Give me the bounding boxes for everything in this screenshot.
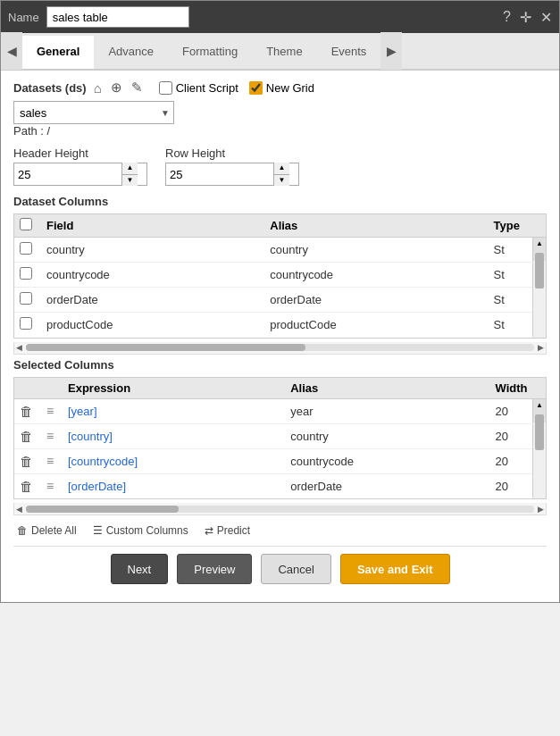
sel-row-alias-cell: countrycode — [285, 448, 489, 473]
sel-scroll-track-horiz — [26, 506, 534, 513]
delete-row-icon[interactable]: 🗑 — [20, 454, 33, 469]
delete-row-icon[interactable]: 🗑 — [20, 404, 33, 419]
title-icons: ? ✛ ✕ — [503, 9, 552, 26]
datasets-home-icon[interactable]: ⌂ — [92, 80, 104, 96]
save-exit-button[interactable]: Save and Exit — [340, 554, 450, 584]
row-height-spinner: ▲ ▼ — [165, 163, 299, 186]
move-icon[interactable]: ✛ — [520, 9, 531, 26]
tab-events[interactable]: Events — [317, 36, 381, 69]
tab-formatting[interactable]: Formatting — [168, 36, 252, 69]
sel-scroll-left-button[interactable]: ◀ — [16, 505, 22, 514]
row-checkbox-cell — [14, 238, 41, 263]
delete-all-button[interactable]: 🗑 Delete All — [13, 523, 80, 539]
header-height-input[interactable] — [14, 166, 121, 183]
sel-row-delete-cell: 🗑 — [14, 398, 41, 423]
header-height-field: Header Height ▲ ▼ — [13, 146, 147, 186]
delete-row-icon[interactable]: 🗑 — [20, 479, 33, 494]
next-button[interactable]: Next — [111, 554, 169, 584]
row-height-input[interactable] — [166, 166, 273, 183]
custom-columns-button[interactable]: ☰ Custom Columns — [89, 523, 192, 539]
sel-row-expr-cell: [country] — [63, 423, 285, 448]
sel-row-width-cell: 20 — [490, 473, 533, 498]
new-grid-checkbox-item: New Grid — [249, 81, 314, 95]
datasets-dropdown[interactable]: sales ▼ — [13, 101, 174, 124]
sel-row-move-cell: ≡ — [41, 473, 63, 498]
datasets-add-icon[interactable]: ⊕ — [109, 79, 124, 96]
scroll-right-button[interactable]: ▶ — [538, 343, 544, 352]
heights-row: Header Height ▲ ▼ Row Height ▲ ▼ — [13, 146, 547, 186]
col-type-header: Type — [489, 214, 533, 238]
scroll-up-button[interactable]: ▲ — [533, 238, 546, 249]
row-checkbox[interactable] — [20, 242, 32, 255]
row-alias-cell: country — [264, 238, 488, 263]
sel-row-delete-cell: 🗑 — [14, 473, 41, 498]
selected-columns-table-container: Expression Alias Width 🗑 ≡ [year] year 2… — [13, 377, 547, 500]
tab-next-button[interactable]: ▶ — [380, 32, 402, 70]
row-checkbox[interactable] — [20, 267, 32, 280]
col-checkbox-header — [14, 214, 41, 238]
list-item: 🗑 ≡ [country] country 20 — [14, 423, 546, 448]
move-row-icon[interactable]: ≡ — [46, 454, 54, 468]
dataset-columns-table: Field Alias Type country country St — [14, 214, 546, 338]
help-icon[interactable]: ? — [503, 9, 511, 26]
selected-horiz-scroll: ◀ ▶ — [13, 503, 547, 515]
sel-scroll-thumb-horiz — [26, 506, 179, 513]
row-checkbox-cell — [14, 288, 41, 313]
row-checkbox[interactable] — [20, 292, 32, 305]
footer-buttons: Next Preview Cancel Save and Exit — [13, 546, 547, 593]
tab-general[interactable]: General — [22, 36, 94, 69]
row-type-cell: St — [489, 313, 533, 338]
dataset-columns-header-row: Field Alias Type — [14, 214, 546, 238]
tab-prev-button[interactable]: ◀ — [1, 32, 22, 70]
sel-col-scroll-header — [533, 378, 547, 399]
tab-theme[interactable]: Theme — [252, 36, 316, 69]
row-field-cell: countrycode — [41, 263, 264, 288]
content-area: Datasets (ds) ⌂ ⊕ ✎ Client Script New Gr… — [1, 71, 559, 602]
custom-columns-label: Custom Columns — [106, 524, 188, 537]
row-height-down-button[interactable]: ▼ — [274, 175, 289, 187]
sel-row-delete-cell: 🗑 — [14, 448, 41, 473]
close-icon[interactable]: ✕ — [540, 9, 552, 26]
new-grid-label: New Grid — [266, 81, 314, 95]
sel-col-width-header: Width — [490, 378, 533, 399]
move-row-icon[interactable]: ≡ — [46, 479, 54, 493]
move-row-icon[interactable]: ≡ — [46, 404, 54, 418]
sel-col-del-header — [14, 378, 41, 399]
list-item: 🗑 ≡ [countrycode] countrycode 20 — [14, 448, 546, 473]
row-checkbox-cell — [14, 313, 41, 338]
title-input[interactable] — [46, 6, 189, 28]
header-height-spinner: ▲ ▼ — [13, 163, 147, 186]
vertical-scrollbar: ▲ ▼ — [533, 238, 546, 261]
sel-scroll-up-button[interactable]: ▲ — [533, 399, 546, 411]
new-grid-checkbox[interactable] — [249, 81, 263, 95]
sel-scroll-right-button[interactable]: ▶ — [538, 505, 544, 514]
delete-all-icon: 🗑 — [17, 524, 28, 537]
path-value: / — [47, 124, 51, 138]
client-script-checkbox-item: Client Script — [159, 81, 238, 95]
move-row-icon[interactable]: ≡ — [46, 429, 54, 443]
header-height-up-button[interactable]: ▲ — [122, 163, 138, 175]
header-height-down-button[interactable]: ▼ — [122, 175, 138, 187]
row-checkbox[interactable] — [20, 317, 32, 330]
datasets-edit-icon[interactable]: ✎ — [130, 79, 145, 96]
datasets-select[interactable]: sales — [14, 105, 173, 121]
preview-button[interactable]: Preview — [177, 554, 252, 584]
row-height-spinner-btns: ▲ ▼ — [273, 163, 289, 186]
predict-label: Predict — [217, 524, 250, 537]
row-field-cell: orderDate — [41, 288, 264, 313]
predict-button[interactable]: ⇄ Predict — [201, 523, 254, 539]
selected-columns-header: Selected Columns — [13, 358, 547, 372]
delete-row-icon[interactable]: 🗑 — [20, 429, 33, 444]
col-field-header: Field — [41, 214, 264, 238]
select-all-checkbox[interactable] — [20, 218, 32, 230]
row-height-up-button[interactable]: ▲ — [274, 163, 289, 175]
scroll-thumb-vert — [535, 253, 544, 289]
tab-advance[interactable]: Advance — [94, 36, 168, 69]
scroll-left-button[interactable]: ◀ — [16, 343, 22, 352]
cancel-button[interactable]: Cancel — [261, 554, 330, 584]
name-label: Name — [8, 11, 39, 24]
row-alias-cell: countrycode — [264, 263, 488, 288]
bottom-actions-row: 🗑 Delete All ☰ Custom Columns ⇄ Predict — [13, 519, 547, 539]
dataset-columns-table-container: Field Alias Type country country St — [13, 213, 547, 339]
client-script-checkbox[interactable] — [159, 81, 172, 95]
